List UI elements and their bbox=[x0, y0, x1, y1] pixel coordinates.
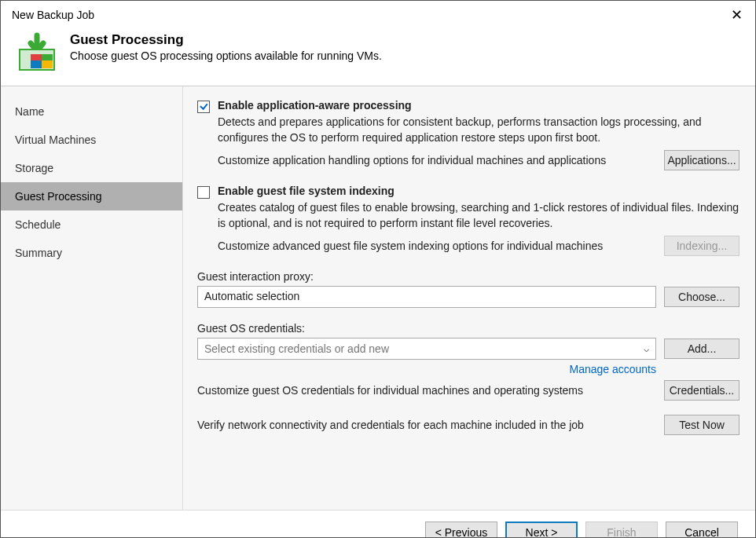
proxy-input[interactable]: Automatic selection bbox=[197, 286, 656, 308]
sidebar-item-storage[interactable]: Storage bbox=[1, 154, 182, 182]
window-title: New Backup Job bbox=[12, 9, 94, 21]
chevron-down-icon: ⌵ bbox=[644, 343, 649, 354]
enable-indexing-checkbox[interactable] bbox=[197, 186, 210, 199]
enable-appaware-checkbox[interactable] bbox=[197, 101, 210, 113]
verify-text: Verify network connectivity and credenti… bbox=[197, 419, 656, 431]
title-bar: New Backup Job ✕ bbox=[1, 1, 755, 29]
next-button[interactable]: Next > bbox=[505, 522, 578, 538]
verify-section: Verify network connectivity and credenti… bbox=[197, 415, 739, 435]
creds-label: Guest OS credentials: bbox=[197, 322, 739, 335]
appaware-description: Detects and prepares applications for co… bbox=[218, 115, 739, 145]
previous-button[interactable]: < Previous bbox=[425, 522, 497, 538]
credentials-button[interactable]: Credentials... bbox=[664, 380, 739, 401]
indexing-section: Enable guest file system indexing Create… bbox=[197, 185, 739, 256]
sidebar-item-guest-processing[interactable]: Guest Processing bbox=[1, 182, 182, 210]
proxy-section: Guest interaction proxy: Automatic selec… bbox=[197, 270, 739, 308]
creds-placeholder: Select existing credentials or add new bbox=[204, 342, 389, 355]
svg-rect-3 bbox=[31, 60, 42, 68]
wizard-sidebar: Name Virtual Machines Storage Guest Proc… bbox=[1, 86, 183, 510]
enable-indexing-label: Enable guest file system indexing bbox=[218, 185, 395, 197]
add-creds-button[interactable]: Add... bbox=[664, 339, 739, 359]
enable-appaware-label: Enable application-aware processing bbox=[218, 99, 412, 112]
page-title: Guest Processing bbox=[70, 32, 382, 48]
sidebar-item-schedule[interactable]: Schedule bbox=[1, 210, 182, 239]
cancel-button[interactable]: Cancel bbox=[666, 522, 738, 538]
applications-button[interactable]: Applications... bbox=[664, 150, 739, 170]
manage-accounts-link[interactable]: Manage accounts bbox=[197, 363, 656, 375]
creds-customize-text: Customize guest OS credentials for indiv… bbox=[197, 384, 656, 397]
credentials-section: Guest OS credentials: Select existing cr… bbox=[197, 322, 739, 401]
close-icon[interactable]: ✕ bbox=[727, 5, 746, 24]
page-subtitle: Choose guest OS processing options avail… bbox=[70, 49, 382, 62]
indexing-button: Indexing... bbox=[664, 236, 739, 256]
sidebar-item-virtual-machines[interactable]: Virtual Machines bbox=[1, 126, 182, 154]
svg-rect-1 bbox=[31, 54, 42, 60]
page-header: Guest Processing Choose guest OS process… bbox=[1, 29, 755, 86]
proxy-label: Guest interaction proxy: bbox=[197, 270, 739, 283]
creds-dropdown[interactable]: Select existing credentials or add new ⌵ bbox=[197, 338, 656, 360]
choose-proxy-button[interactable]: Choose... bbox=[664, 287, 739, 307]
wizard-footer: < Previous Next > Finish Cancel bbox=[1, 510, 755, 538]
application-aware-section: Enable application-aware processing Dete… bbox=[197, 99, 739, 170]
indexing-description: Creates catalog of guest files to enable… bbox=[218, 200, 739, 231]
svg-rect-2 bbox=[42, 54, 53, 60]
sidebar-item-name[interactable]: Name bbox=[1, 97, 182, 126]
test-now-button[interactable]: Test Now bbox=[664, 415, 739, 435]
main-panel: Enable application-aware processing Dete… bbox=[183, 86, 755, 510]
svg-rect-4 bbox=[42, 60, 53, 68]
sidebar-item-summary[interactable]: Summary bbox=[1, 239, 182, 267]
finish-button: Finish bbox=[585, 522, 658, 538]
appaware-customize-text: Customize application handling options f… bbox=[218, 154, 656, 167]
guest-processing-icon bbox=[15, 32, 59, 76]
indexing-customize-text: Customize advanced guest file system ind… bbox=[218, 240, 656, 252]
